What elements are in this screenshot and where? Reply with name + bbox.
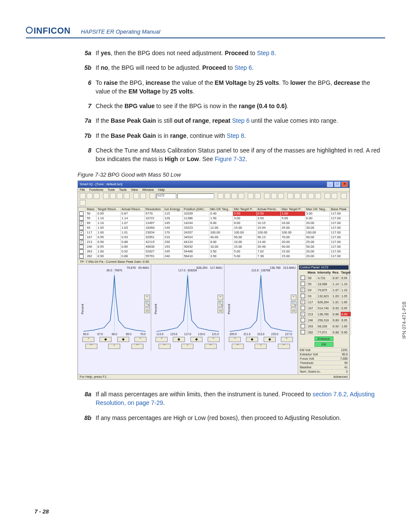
instrument-input[interactable]: h172 [156,193,176,199]
zoom-tool-icon[interactable]: 🔍 [218,301,223,307]
tool1-icon[interactable] [110,193,116,199]
tool2-icon[interactable] [117,193,123,199]
marker2-icon[interactable]: ⌃ [255,344,267,349]
row-checkbox[interactable]: ✓ [79,221,84,225]
marker-icon[interactable]: ◆ [100,337,112,342]
export-icon[interactable] [341,193,347,199]
filter3-icon[interactable] [301,193,307,199]
em-button[interactable]: EM [314,342,333,347]
open-icon[interactable] [80,193,86,199]
help-icon[interactable] [140,193,146,199]
minimize-icon[interactable]: _ [327,182,333,187]
cp-field-value[interactable]: 55 [344,361,348,364]
filter1-icon[interactable] [287,193,293,199]
row-checkbox[interactable]: ✓ [79,230,84,235]
cp-checkbox[interactable]: ✓ [301,300,305,304]
peak2-icon[interactable] [331,193,337,199]
row-checkbox[interactable] [79,226,84,230]
table-cell: 282 [86,254,97,258]
cp-field-value[interactable]: 90.0 [342,353,348,356]
marker2-icon[interactable]: ⌒ [159,344,171,349]
fit-tool-icon[interactable]: ▭ [144,308,150,313]
scope-icon[interactable] [248,193,254,199]
cp-checkbox[interactable] [301,294,305,298]
filter2-icon[interactable] [294,193,300,199]
table-cell: 117.00 [330,221,349,225]
cp-checkbox[interactable] [301,276,305,280]
plot-icon[interactable] [324,193,330,199]
instrument-icon[interactable] [149,193,156,199]
zoom-tool-icon[interactable]: 🔍 [144,301,150,307]
marker2-icon[interactable]: ⌃ [108,344,120,349]
cp-checkbox[interactable]: ✓ [301,312,305,316]
maximize-icon[interactable]: □ [334,182,340,187]
peak-tool-icon[interactable]: ⌃ [218,295,223,300]
row-checkbox[interactable] [79,235,84,240]
row-checkbox[interactable] [79,216,84,221]
cp-checkbox[interactable]: ✓ [301,288,305,292]
disk-icon[interactable] [103,193,109,199]
marker-icon[interactable]: ◆ [173,337,185,342]
fit-tool-icon[interactable]: ▭ [291,308,296,313]
marker-icon[interactable]: ◆ [117,337,129,342]
cp-checkbox[interactable] [301,324,305,328]
overlay-icon[interactable] [224,193,230,199]
peak-icon[interactable] [278,193,284,199]
marker-icon[interactable]: ⌃ [281,337,293,342]
menu-file[interactable]: File [80,188,85,192]
marker-icon[interactable]: ◆ [246,337,258,342]
peak-tool-icon[interactable]: ⌃ [291,295,296,300]
close-icon[interactable]: × [342,182,348,187]
marker2-icon[interactable]: ⌒ [232,344,244,349]
calib-icon[interactable] [255,193,261,199]
row-checkbox[interactable] [79,212,84,216]
marker-icon[interactable]: ⌃ [82,337,94,342]
marker-icon[interactable]: ◆ [190,337,202,342]
cp-field-value[interactable]: 1291 [341,348,348,352]
marker-icon[interactable]: ⌃ [229,337,241,342]
emission-button[interactable]: Emission [314,336,333,341]
cp-field-value[interactable]: 7.000 [340,357,348,360]
cp-checkbox[interactable] [301,318,305,322]
row-checkbox[interactable] [79,249,84,254]
tool3-icon[interactable] [124,193,130,199]
cp-field-value[interactable]: 41 [344,366,348,369]
zoom-icon[interactable] [271,193,277,199]
menu-tune[interactable]: Tune [108,188,115,192]
marker-icon[interactable]: ◆ [264,337,276,342]
chart-icon[interactable] [218,193,224,199]
marker-icon[interactable]: ⌃ [156,337,168,342]
stop2-icon[interactable] [238,193,244,199]
open2-icon[interactable] [87,193,93,199]
cp-field-value[interactable]: 3 [346,370,348,373]
export2-icon[interactable] [80,200,86,206]
row-checkbox[interactable]: ✓ [79,240,84,244]
menu-window[interactable]: Window [142,188,154,192]
marker2-icon[interactable]: ⌒ [85,344,97,349]
fit-tool-icon[interactable]: ▭ [218,308,223,313]
peak-tool-icon[interactable]: ⌃ [144,295,150,300]
zoom-tool-icon[interactable]: 🔍 [291,301,296,307]
cp-checkbox[interactable] [301,306,305,310]
marker2-icon[interactable]: ⌒ [131,344,143,349]
marker2-icon[interactable]: ⌒ [278,344,290,349]
row-checkbox[interactable] [79,245,84,249]
marker2-icon[interactable]: ⌃ [181,344,193,349]
filter5-icon[interactable] [315,193,321,199]
marker2-icon[interactable]: ⌒ [205,344,217,349]
stop-icon[interactable] [133,193,139,199]
marker-icon[interactable]: ⌃ [134,337,146,342]
menu-view[interactable]: View [131,188,138,192]
cp-checkbox[interactable] [301,282,305,286]
menu-help[interactable]: Help [158,188,165,192]
filter4-icon[interactable] [308,193,314,199]
save-icon[interactable] [93,193,100,199]
marker-icon[interactable]: ⌃ [208,337,220,342]
bars-icon[interactable] [264,193,270,199]
row-checkbox[interactable] [79,254,84,258]
menu-tools[interactable]: Tools [119,188,127,192]
run-icon[interactable] [231,193,237,199]
dropdown-input[interactable] [177,193,214,199]
cp-checkbox[interactable] [301,330,305,334]
menu-functions[interactable]: Functions [89,188,103,192]
